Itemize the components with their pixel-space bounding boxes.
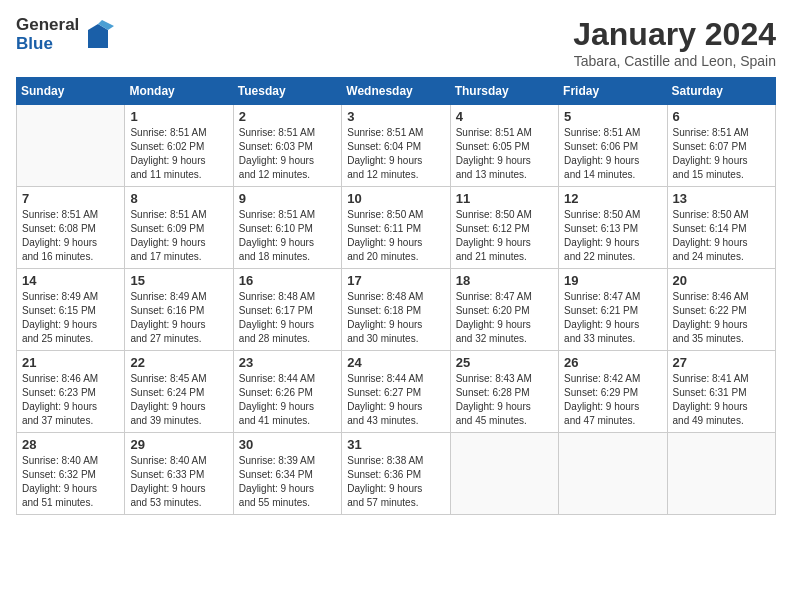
calendar-week-row: 14Sunrise: 8:49 AM Sunset: 6:15 PM Dayli…: [17, 269, 776, 351]
day-number: 5: [564, 109, 661, 124]
weekday-header-thursday: Thursday: [450, 78, 558, 105]
calendar-cell: 9Sunrise: 8:51 AM Sunset: 6:10 PM Daylig…: [233, 187, 341, 269]
calendar-cell: 8Sunrise: 8:51 AM Sunset: 6:09 PM Daylig…: [125, 187, 233, 269]
day-info: Sunrise: 8:51 AM Sunset: 6:03 PM Dayligh…: [239, 126, 336, 182]
day-info: Sunrise: 8:46 AM Sunset: 6:22 PM Dayligh…: [673, 290, 770, 346]
logo-icon: [82, 20, 114, 52]
day-info: Sunrise: 8:44 AM Sunset: 6:26 PM Dayligh…: [239, 372, 336, 428]
day-number: 21: [22, 355, 119, 370]
day-number: 18: [456, 273, 553, 288]
weekday-header-monday: Monday: [125, 78, 233, 105]
day-number: 29: [130, 437, 227, 452]
day-number: 24: [347, 355, 444, 370]
day-number: 25: [456, 355, 553, 370]
weekday-header-row: SundayMondayTuesdayWednesdayThursdayFrid…: [17, 78, 776, 105]
day-info: Sunrise: 8:50 AM Sunset: 6:11 PM Dayligh…: [347, 208, 444, 264]
calendar-cell: 18Sunrise: 8:47 AM Sunset: 6:20 PM Dayli…: [450, 269, 558, 351]
day-info: Sunrise: 8:51 AM Sunset: 6:06 PM Dayligh…: [564, 126, 661, 182]
day-number: 13: [673, 191, 770, 206]
day-info: Sunrise: 8:48 AM Sunset: 6:17 PM Dayligh…: [239, 290, 336, 346]
calendar-cell: 15Sunrise: 8:49 AM Sunset: 6:16 PM Dayli…: [125, 269, 233, 351]
logo: General Blue: [16, 16, 114, 53]
day-number: 8: [130, 191, 227, 206]
calendar-cell: 22Sunrise: 8:45 AM Sunset: 6:24 PM Dayli…: [125, 351, 233, 433]
calendar-week-row: 21Sunrise: 8:46 AM Sunset: 6:23 PM Dayli…: [17, 351, 776, 433]
day-info: Sunrise: 8:40 AM Sunset: 6:33 PM Dayligh…: [130, 454, 227, 510]
calendar-cell: 28Sunrise: 8:40 AM Sunset: 6:32 PM Dayli…: [17, 433, 125, 515]
day-number: 22: [130, 355, 227, 370]
day-info: Sunrise: 8:42 AM Sunset: 6:29 PM Dayligh…: [564, 372, 661, 428]
calendar-cell: 30Sunrise: 8:39 AM Sunset: 6:34 PM Dayli…: [233, 433, 341, 515]
day-number: 28: [22, 437, 119, 452]
day-number: 3: [347, 109, 444, 124]
day-number: 7: [22, 191, 119, 206]
weekday-header-sunday: Sunday: [17, 78, 125, 105]
calendar-cell: 10Sunrise: 8:50 AM Sunset: 6:11 PM Dayli…: [342, 187, 450, 269]
calendar-cell: 27Sunrise: 8:41 AM Sunset: 6:31 PM Dayli…: [667, 351, 775, 433]
day-info: Sunrise: 8:38 AM Sunset: 6:36 PM Dayligh…: [347, 454, 444, 510]
calendar-cell: 11Sunrise: 8:50 AM Sunset: 6:12 PM Dayli…: [450, 187, 558, 269]
calendar-cell: 25Sunrise: 8:43 AM Sunset: 6:28 PM Dayli…: [450, 351, 558, 433]
day-number: 27: [673, 355, 770, 370]
calendar-cell: 23Sunrise: 8:44 AM Sunset: 6:26 PM Dayli…: [233, 351, 341, 433]
calendar-cell: 20Sunrise: 8:46 AM Sunset: 6:22 PM Dayli…: [667, 269, 775, 351]
day-info: Sunrise: 8:51 AM Sunset: 6:04 PM Dayligh…: [347, 126, 444, 182]
day-info: Sunrise: 8:47 AM Sunset: 6:20 PM Dayligh…: [456, 290, 553, 346]
calendar-week-row: 1Sunrise: 8:51 AM Sunset: 6:02 PM Daylig…: [17, 105, 776, 187]
weekday-header-saturday: Saturday: [667, 78, 775, 105]
calendar-cell: [17, 105, 125, 187]
day-number: 23: [239, 355, 336, 370]
day-number: 30: [239, 437, 336, 452]
day-info: Sunrise: 8:51 AM Sunset: 6:07 PM Dayligh…: [673, 126, 770, 182]
day-info: Sunrise: 8:51 AM Sunset: 6:09 PM Dayligh…: [130, 208, 227, 264]
calendar-cell: 12Sunrise: 8:50 AM Sunset: 6:13 PM Dayli…: [559, 187, 667, 269]
day-info: Sunrise: 8:49 AM Sunset: 6:16 PM Dayligh…: [130, 290, 227, 346]
day-info: Sunrise: 8:40 AM Sunset: 6:32 PM Dayligh…: [22, 454, 119, 510]
weekday-header-wednesday: Wednesday: [342, 78, 450, 105]
day-number: 16: [239, 273, 336, 288]
day-info: Sunrise: 8:51 AM Sunset: 6:10 PM Dayligh…: [239, 208, 336, 264]
calendar-week-row: 7Sunrise: 8:51 AM Sunset: 6:08 PM Daylig…: [17, 187, 776, 269]
day-info: Sunrise: 8:49 AM Sunset: 6:15 PM Dayligh…: [22, 290, 119, 346]
location-title: Tabara, Castille and Leon, Spain: [573, 53, 776, 69]
calendar-cell: 24Sunrise: 8:44 AM Sunset: 6:27 PM Dayli…: [342, 351, 450, 433]
calendar-cell: 4Sunrise: 8:51 AM Sunset: 6:05 PM Daylig…: [450, 105, 558, 187]
day-number: 2: [239, 109, 336, 124]
calendar-cell: 7Sunrise: 8:51 AM Sunset: 6:08 PM Daylig…: [17, 187, 125, 269]
day-number: 19: [564, 273, 661, 288]
day-info: Sunrise: 8:51 AM Sunset: 6:02 PM Dayligh…: [130, 126, 227, 182]
page-header: General Blue January 2024 Tabara, Castil…: [16, 16, 776, 69]
day-number: 15: [130, 273, 227, 288]
calendar-cell: [559, 433, 667, 515]
calendar-cell: 6Sunrise: 8:51 AM Sunset: 6:07 PM Daylig…: [667, 105, 775, 187]
day-info: Sunrise: 8:50 AM Sunset: 6:13 PM Dayligh…: [564, 208, 661, 264]
day-info: Sunrise: 8:44 AM Sunset: 6:27 PM Dayligh…: [347, 372, 444, 428]
calendar-cell: [450, 433, 558, 515]
calendar-cell: 31Sunrise: 8:38 AM Sunset: 6:36 PM Dayli…: [342, 433, 450, 515]
calendar-table: SundayMondayTuesdayWednesdayThursdayFrid…: [16, 77, 776, 515]
calendar-cell: 17Sunrise: 8:48 AM Sunset: 6:18 PM Dayli…: [342, 269, 450, 351]
day-number: 9: [239, 191, 336, 206]
logo-blue: Blue: [16, 35, 79, 54]
title-block: January 2024 Tabara, Castille and Leon, …: [573, 16, 776, 69]
calendar-cell: 2Sunrise: 8:51 AM Sunset: 6:03 PM Daylig…: [233, 105, 341, 187]
day-number: 31: [347, 437, 444, 452]
day-number: 26: [564, 355, 661, 370]
day-info: Sunrise: 8:51 AM Sunset: 6:05 PM Dayligh…: [456, 126, 553, 182]
calendar-cell: 19Sunrise: 8:47 AM Sunset: 6:21 PM Dayli…: [559, 269, 667, 351]
day-number: 14: [22, 273, 119, 288]
day-number: 11: [456, 191, 553, 206]
logo-general: General: [16, 16, 79, 35]
calendar-week-row: 28Sunrise: 8:40 AM Sunset: 6:32 PM Dayli…: [17, 433, 776, 515]
day-number: 6: [673, 109, 770, 124]
day-info: Sunrise: 8:50 AM Sunset: 6:14 PM Dayligh…: [673, 208, 770, 264]
day-info: Sunrise: 8:39 AM Sunset: 6:34 PM Dayligh…: [239, 454, 336, 510]
day-info: Sunrise: 8:51 AM Sunset: 6:08 PM Dayligh…: [22, 208, 119, 264]
day-info: Sunrise: 8:48 AM Sunset: 6:18 PM Dayligh…: [347, 290, 444, 346]
calendar-cell: 3Sunrise: 8:51 AM Sunset: 6:04 PM Daylig…: [342, 105, 450, 187]
month-title: January 2024: [573, 16, 776, 53]
day-info: Sunrise: 8:46 AM Sunset: 6:23 PM Dayligh…: [22, 372, 119, 428]
calendar-cell: 13Sunrise: 8:50 AM Sunset: 6:14 PM Dayli…: [667, 187, 775, 269]
day-info: Sunrise: 8:41 AM Sunset: 6:31 PM Dayligh…: [673, 372, 770, 428]
weekday-header-friday: Friday: [559, 78, 667, 105]
